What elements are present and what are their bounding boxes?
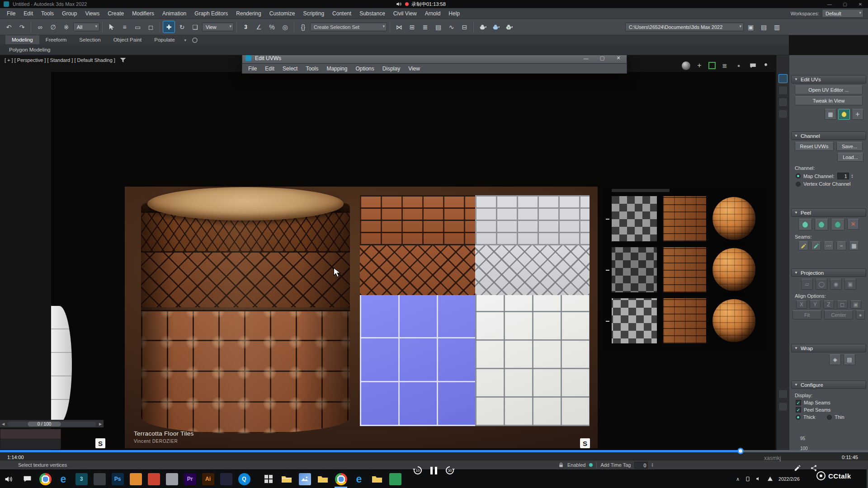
thin-radio-icon[interactable] — [827, 415, 832, 420]
uv-menu-mapping[interactable]: Mapping — [322, 66, 351, 72]
align-z-button[interactable]: Z — [823, 300, 834, 309]
select-by-name-icon[interactable] — [118, 21, 131, 33]
minimize-button[interactable] — [822, 0, 837, 8]
menu-file[interactable]: File — [3, 8, 19, 19]
strip-button[interactable] — [778, 86, 788, 95]
uv-menu-select[interactable]: Select — [278, 66, 302, 72]
taskbar-qq-icon[interactable]: Q — [235, 470, 253, 488]
select-and-rotate-icon[interactable] — [176, 21, 188, 33]
save-uvws-button[interactable]: Save... — [836, 142, 863, 151]
plus-icon[interactable] — [694, 61, 704, 70]
strip-button[interactable] — [778, 389, 788, 399]
close-button[interactable] — [853, 0, 868, 8]
forward-30-button[interactable]: 30 — [444, 465, 455, 476]
align-x-button[interactable]: X — [796, 300, 807, 309]
menu-scripting[interactable]: Scripting — [299, 8, 328, 19]
tray-usb-icon[interactable] — [745, 476, 750, 482]
material-sphere-icon[interactable] — [682, 61, 690, 70]
selection-filter-dropdown[interactable]: All — [73, 23, 99, 31]
taskbar-edge-icon[interactable]: e — [54, 470, 72, 488]
tray-clock[interactable]: 2022/2/26 — [778, 476, 800, 482]
taskbar-3dsmax-icon[interactable]: 3 — [72, 470, 90, 488]
taskbar-app-icon[interactable] — [90, 470, 108, 488]
vertex-color-option[interactable]: Vertex Color Channel — [796, 181, 868, 187]
taskbar-explorer-icon[interactable] — [278, 470, 296, 488]
uv-menu-tools[interactable]: Tools — [302, 66, 322, 72]
tray-volume-icon[interactable] — [756, 476, 762, 481]
menu-edit[interactable]: Edit — [19, 8, 37, 19]
taskbar-app-icon[interactable] — [217, 470, 235, 488]
menu-graph-editors[interactable]: Graph Editors — [190, 8, 232, 19]
rendered-frame-window-icon[interactable] — [490, 21, 502, 33]
workspace-selector[interactable]: Default — [822, 9, 863, 18]
window-crossing-icon[interactable] — [145, 21, 157, 33]
uv-pelt-mode-icon[interactable] — [838, 109, 850, 120]
tab-object-paint[interactable]: Object Paint — [107, 35, 148, 44]
align-y-button[interactable]: Y — [810, 300, 821, 309]
render-production-icon[interactable] — [503, 21, 515, 33]
load-uvws-button[interactable]: Load... — [837, 153, 863, 162]
menu-content[interactable]: Content — [328, 8, 355, 19]
undo-icon[interactable] — [3, 21, 15, 33]
tab-freeform[interactable]: Freeform — [39, 35, 73, 44]
tab-modeling[interactable]: Modeling — [5, 35, 39, 44]
player-progress-handle[interactable] — [737, 448, 744, 454]
taskbar-premiere-icon[interactable]: Pr — [181, 470, 199, 488]
menu-modifiers[interactable]: Modifiers — [128, 8, 158, 19]
listener-macro-row[interactable] — [0, 429, 61, 439]
reset-projection-icon[interactable] — [856, 310, 865, 319]
schematic-view-icon[interactable] — [458, 21, 471, 33]
quick-peel-icon[interactable] — [798, 219, 812, 230]
timeline-left-arrow-icon[interactable]: ◀ — [0, 422, 6, 426]
record-dot-icon[interactable] — [734, 61, 744, 70]
edit-seams-pencil-icon[interactable] — [798, 241, 808, 250]
box-projection-icon[interactable] — [844, 279, 856, 290]
polygon-modeling-panel-label[interactable]: Polygon Modeling — [9, 47, 50, 52]
rewind-10-button[interactable]: 10 — [412, 465, 423, 476]
taskbar-illustrator-icon[interactable]: Ai — [199, 470, 217, 488]
enabled-toggle[interactable]: Enabled — [567, 462, 585, 468]
seam-grid-icon[interactable] — [849, 241, 859, 250]
taskbar-app-icon[interactable] — [127, 470, 145, 488]
remove-seam-icon[interactable] — [836, 241, 846, 250]
planar-projection-icon[interactable] — [801, 279, 813, 290]
mirror-icon[interactable] — [393, 21, 405, 33]
map-channel-value[interactable]: 1 — [837, 173, 849, 179]
player-volume-icon[interactable] — [0, 470, 18, 488]
seam-dash-icon[interactable] — [824, 241, 834, 250]
rectangular-selection-region-icon[interactable] — [132, 21, 144, 33]
add-time-tag[interactable]: Add Time Tag — [600, 462, 631, 468]
cylindrical-projection-icon[interactable] — [816, 279, 827, 290]
peel-seams-checkbox[interactable]: Peel Seams — [796, 407, 868, 413]
project-folder-dropdown[interactable]: C:\Users\26524\Documents\3ds Max 2022 — [625, 23, 744, 31]
curve-editor-icon[interactable] — [445, 21, 458, 33]
taskbar-app-icon[interactable] — [163, 470, 181, 488]
timeline-track[interactable]: 0 / 100 — [7, 422, 96, 427]
taskbar-edge-icon[interactable]: e — [350, 470, 368, 488]
reset-uvws-button[interactable]: Reset UVWs — [795, 142, 834, 151]
percent-snap-icon[interactable] — [266, 21, 278, 33]
rollout-wrap[interactable]: Wrap — [791, 344, 866, 352]
chat-icon[interactable] — [748, 61, 758, 70]
wrench-icon[interactable] — [762, 61, 772, 70]
strip-button-active[interactable] — [778, 74, 788, 83]
menu-arnold[interactable]: Arnold — [421, 8, 445, 19]
map-channel-spinner[interactable] — [852, 174, 853, 178]
menu-views[interactable]: Views — [81, 8, 104, 19]
uv-add-mode-icon[interactable] — [852, 109, 863, 120]
tab-populate[interactable]: Populate — [148, 35, 181, 44]
uv-menu-options[interactable]: Options — [351, 66, 378, 72]
open-uv-editor-button[interactable]: Open UV Editor ... — [795, 85, 863, 94]
annotate-pencil-icon[interactable] — [794, 465, 801, 472]
layer-manager-icon[interactable] — [419, 21, 431, 33]
taskbar-app-icon[interactable] — [145, 470, 163, 488]
timeline-right-arrow-icon[interactable]: ▶ — [97, 422, 104, 426]
pelt-map-icon[interactable] — [831, 219, 844, 230]
spinner-snap-icon[interactable] — [279, 21, 291, 33]
toggle-ribbon-icon[interactable] — [432, 21, 444, 33]
tray-expand-icon[interactable] — [736, 476, 740, 482]
select-and-move-icon[interactable] — [163, 21, 175, 33]
render-setup-icon[interactable] — [476, 21, 489, 33]
rollout-projection[interactable]: Projection — [791, 268, 866, 277]
ribbon-cycle-icon[interactable] — [192, 38, 198, 43]
